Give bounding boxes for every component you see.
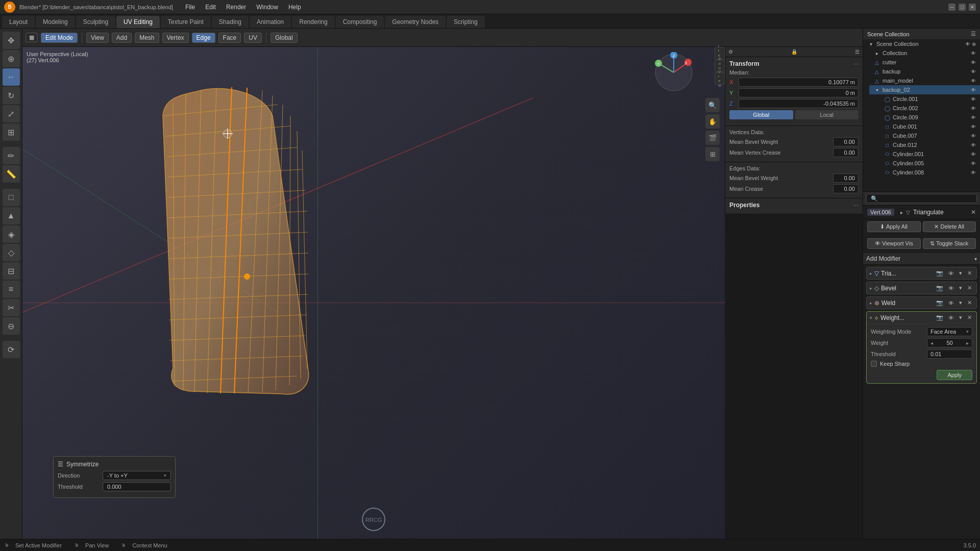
mean-bevel-weight-value[interactable]: 0.00 — [833, 137, 859, 146]
restrict-icon[interactable]: ⊕ — [972, 41, 976, 47]
bevel-expand2-icon[interactable]: ▾ — [958, 284, 964, 292]
vertex-menu[interactable]: Vertex — [162, 33, 189, 43]
menu-window[interactable]: Window — [252, 3, 282, 12]
viewport-tool-1[interactable]: 🔍 — [705, 98, 720, 112]
tab-sculpting[interactable]: Sculpting — [76, 16, 115, 28]
outliner-item-cylinder005[interactable]: ⬭ Cylinder.005 👁 — [879, 159, 980, 168]
tab-animation[interactable]: Animation — [250, 16, 291, 28]
tab-shading[interactable]: Shading — [212, 16, 249, 28]
prop-options-icon[interactable]: ⚙ — [728, 49, 733, 55]
weld-render-icon[interactable]: 📷 — [935, 299, 945, 307]
properties-header[interactable]: Properties ⋯ — [729, 202, 859, 209]
main-model-eye-icon[interactable]: 👁 — [971, 78, 976, 84]
prop-lock-icon[interactable]: 🔒 — [735, 49, 853, 55]
weight-right-arrow[interactable]: ▸ — [966, 340, 969, 346]
viewport-vis-button[interactable]: 👁 Viewport Vis — [867, 238, 921, 249]
cursor-tool[interactable]: ⊕ — [3, 50, 20, 67]
mesh-menu[interactable]: Mesh — [135, 33, 159, 43]
scale-tool[interactable]: ⤢ — [3, 105, 20, 122]
outliner-item-cutter[interactable]: △ cutter 👁 — [869, 58, 980, 67]
weld-delete-icon[interactable]: ✕ — [966, 299, 973, 307]
apply-all-button[interactable]: ⬇ Apply All — [867, 221, 921, 232]
outliner-item-main-model[interactable]: △ main_model 👁 — [869, 76, 980, 85]
prop-expand-icon[interactable]: ☰ — [855, 49, 860, 55]
outliner-item-cube001[interactable]: □ Cube.001 👁 — [879, 122, 980, 131]
measure-tool[interactable]: 📏 — [3, 165, 20, 183]
outliner-item-circle001[interactable]: ◯ Circle.001 👁 — [879, 94, 980, 104]
tab-texture-paint[interactable]: Texture Paint — [161, 16, 211, 28]
weight-value-field[interactable]: ◂ 50 ▸ — [927, 338, 972, 347]
outliner-item-scene-collection[interactable]: ▾ Scene Collection 👁 ⊕ — [863, 39, 980, 48]
bevel-view-icon[interactable]: 👁 — [947, 285, 955, 292]
mean-vertex-crease-value[interactable]: 0.00 — [833, 148, 859, 157]
outliner-item-backup02[interactable]: ▾ backup_02 👁 — [869, 85, 980, 94]
outliner-item-cube012[interactable]: □ Cube.012 👁 — [879, 140, 980, 149]
threshold-value[interactable]: 0.000 — [103, 482, 171, 491]
transform-options-icon[interactable]: ⋯ — [853, 61, 859, 67]
add-cube-tool[interactable]: □ — [3, 189, 20, 206]
viewport-tool-4[interactable]: ⊞ — [705, 147, 720, 161]
tria-delete-icon[interactable]: ✕ — [966, 269, 973, 277]
y-value[interactable]: 0 m — [739, 88, 859, 97]
modifier-search-input[interactable] — [866, 194, 977, 203]
move-tool[interactable]: ↔ — [3, 68, 20, 86]
viewport-tool-3[interactable]: 🎬 — [705, 131, 720, 145]
transform-dropdown[interactable]: Global — [271, 33, 298, 43]
direction-value[interactable]: -Y to +Y ▾ — [103, 471, 171, 480]
cu007-eye[interactable]: 👁 — [971, 133, 976, 139]
menu-file[interactable]: File — [181, 3, 199, 12]
offset-edge-tool[interactable]: ≡ — [3, 281, 20, 298]
mean-crease-value[interactable]: 0.00 — [833, 184, 859, 193]
properties-options-icon[interactable]: ⋯ — [853, 203, 859, 208]
tab-scripting[interactable]: Scripting — [447, 16, 485, 28]
local-btn[interactable]: Local — [795, 110, 859, 119]
weld-expand-icon[interactable]: ▸ — [870, 300, 872, 306]
c002-eye[interactable]: 👁 — [971, 106, 976, 111]
global-btn[interactable]: Global — [729, 110, 793, 119]
weight-render-icon[interactable]: 📷 — [935, 314, 945, 321]
tria-expand2-icon[interactable]: ▾ — [958, 269, 964, 277]
edge-menu[interactable]: Edge — [192, 33, 215, 43]
tab-uv-editing[interactable]: UV Editing — [116, 16, 160, 28]
rotate-tool[interactable]: ↻ — [3, 87, 20, 104]
weight-expand-icon[interactable]: ▾ — [870, 315, 872, 320]
transform-header[interactable]: Transform ⋯ — [729, 60, 859, 67]
cyl001-eye[interactable]: 👁 — [971, 152, 976, 157]
apply-button[interactable]: Apply — [937, 370, 972, 380]
menu-edit[interactable]: Edit — [201, 3, 220, 12]
view-tab[interactable]: View — [715, 72, 725, 85]
loop-cut-tool[interactable]: ⊟ — [3, 262, 20, 280]
tab-rendering[interactable]: Rendering — [292, 16, 334, 28]
close-button[interactable]: ✕ — [969, 4, 976, 11]
threshold-mod-value[interactable]: 0.01 — [927, 349, 972, 359]
annotate-tool[interactable]: ✏ — [3, 147, 20, 164]
outliner-filter-icon[interactable]: ☰ — [971, 31, 976, 37]
outliner-item-circle002[interactable]: ◯ Circle.002 👁 — [879, 104, 980, 113]
backup02-eye-icon[interactable]: 👁 — [971, 87, 976, 93]
cu001-eye[interactable]: 👁 — [971, 124, 976, 130]
view-menu[interactable]: View — [86, 33, 109, 43]
delete-all-button[interactable]: ✕ Delete All — [923, 221, 976, 232]
cutter-eye-icon[interactable]: 👁 — [971, 60, 976, 65]
coll-eye-icon[interactable]: 👁 — [971, 51, 976, 56]
weight-delete-icon[interactable]: ✕ — [966, 314, 973, 321]
weld-expand2-icon[interactable]: ▾ — [958, 299, 964, 307]
maximize-button[interactable]: □ — [959, 4, 966, 11]
add-menu[interactable]: Add — [112, 33, 132, 43]
weighting-mode-value[interactable]: Face Area ▾ — [927, 327, 972, 336]
menu-help[interactable]: Help — [284, 3, 305, 12]
outliner-item-cube007[interactable]: □ Cube.007 👁 — [879, 131, 980, 140]
tab-layout[interactable]: Layout — [2, 16, 35, 28]
weight-expand2-icon[interactable]: ▾ — [958, 314, 964, 321]
knife-tool[interactable]: ✂ — [3, 299, 20, 316]
bevel-tool[interactable]: ◇ — [3, 244, 20, 261]
outliner-item-cylinder001[interactable]: ⬭ Cylinder.001 👁 — [879, 149, 980, 159]
extrude-tool[interactable]: ▲ — [3, 207, 20, 224]
bevel-render-icon[interactable]: 📷 — [935, 284, 945, 292]
z-value[interactable]: -0.043535 m — [739, 99, 859, 108]
tab-compositing[interactable]: Compositing — [336, 16, 384, 28]
toggle-stack-button[interactable]: ⇅ Toggle Stack — [923, 238, 976, 249]
3d-viewport[interactable]: User Perspective (Local) (27) Vert.006 — [22, 47, 725, 539]
cu012-eye[interactable]: 👁 — [971, 142, 976, 148]
weight-view-icon[interactable]: 👁 — [947, 314, 955, 321]
